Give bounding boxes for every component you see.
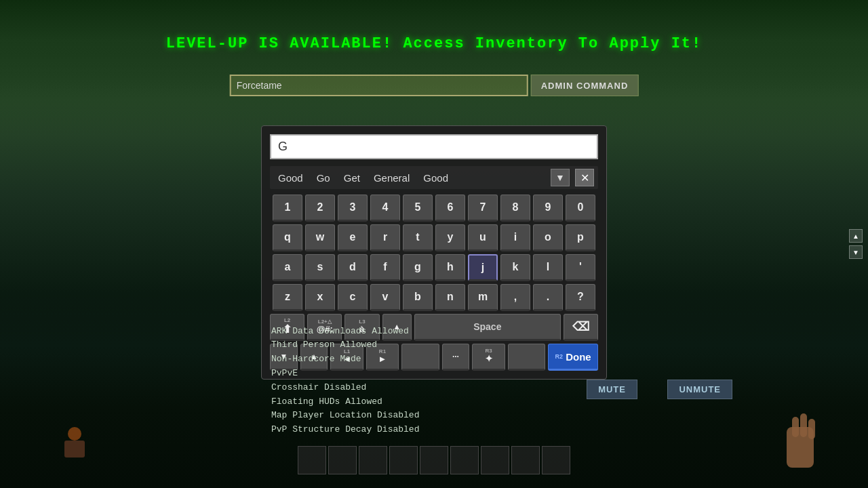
autocomplete-dropdown-button[interactable]: ▼ — [551, 169, 570, 186]
svg-rect-5 — [808, 419, 815, 439]
unmute-button[interactable]: UNMUTE — [667, 380, 732, 399]
server-info-line-4: PvPvE — [271, 367, 419, 381]
autocomplete-close-button[interactable]: ✕ — [575, 169, 594, 186]
key-comma[interactable]: , — [500, 284, 530, 311]
autocomplete-word-4[interactable]: General — [370, 171, 414, 185]
key-row-1: q w e r t y u i o p — [270, 224, 598, 251]
admin-command-input[interactable] — [230, 75, 528, 96]
inv-slot-1[interactable] — [298, 446, 326, 474]
inv-slot-3[interactable] — [359, 446, 387, 474]
key-8[interactable]: 8 — [500, 195, 530, 222]
key-c[interactable]: c — [338, 284, 368, 311]
admin-command-button[interactable]: ADMIN COMMAND — [531, 75, 639, 96]
server-info-line-5: Crosshair Disabled — [271, 381, 419, 395]
key-v[interactable]: v — [370, 284, 400, 311]
key-x[interactable]: x — [305, 284, 335, 311]
inv-slot-9[interactable] — [542, 446, 570, 474]
key-i[interactable]: i — [500, 224, 530, 251]
svg-rect-1 — [64, 441, 85, 458]
key-9[interactable]: 9 — [533, 195, 563, 222]
key-2[interactable]: 2 — [305, 195, 335, 222]
key-z[interactable]: z — [273, 284, 302, 311]
inventory-bar — [298, 446, 570, 474]
inv-slot-6[interactable] — [450, 446, 479, 474]
server-info-panel: ARK Data Downloads Allowed Third Person … — [271, 325, 419, 437]
key-p[interactable]: p — [566, 224, 595, 251]
server-info-line-6: Floating HUDs Allowed — [271, 395, 419, 409]
key-n[interactable]: n — [435, 284, 465, 311]
key-ellipsis[interactable]: ··· — [442, 344, 470, 371]
server-info-line-7: Map Player Location Disabled — [271, 409, 419, 423]
key-b[interactable]: b — [403, 284, 433, 311]
autocomplete-word-2[interactable]: Go — [313, 171, 334, 185]
key-apostrophe[interactable]: ' — [566, 254, 595, 281]
key-l[interactable]: l — [533, 254, 563, 281]
player-avatar — [54, 420, 95, 461]
key-space[interactable]: Space — [414, 314, 561, 341]
key-m[interactable]: m — [468, 284, 498, 311]
key-r3-settings[interactable]: R3 ✦ — [472, 344, 505, 371]
key-empty-2 — [508, 344, 545, 371]
number-row: 1 2 3 4 5 6 7 8 9 0 — [270, 195, 598, 222]
key-backspace[interactable]: ⌫ — [564, 314, 598, 341]
level-up-banner: LEVEL-UP IS AVAILABLE! Access Inventory … — [0, 35, 868, 52]
inv-slot-4[interactable] — [389, 446, 418, 474]
nav-arrow-up[interactable]: ▲ — [849, 229, 863, 243]
autocomplete-word-3[interactable]: Get — [340, 171, 364, 185]
admin-command-bar: ADMIN COMMAND — [230, 75, 639, 96]
right-hand — [773, 407, 827, 474]
autocomplete-row: Good Go Get General Good ▼ ✕ — [270, 166, 598, 189]
key-period[interactable]: . — [533, 284, 563, 311]
foliage-overlay — [0, 0, 868, 136]
key-w[interactable]: w — [305, 224, 335, 251]
key-y[interactable]: y — [435, 224, 465, 251]
key-k[interactable]: k — [500, 254, 530, 281]
key-question[interactable]: ? — [566, 284, 595, 311]
inv-slot-8[interactable] — [511, 446, 540, 474]
key-q[interactable]: q — [273, 224, 302, 251]
key-e[interactable]: e — [338, 224, 368, 251]
svg-rect-3 — [792, 417, 799, 437]
svg-point-0 — [68, 427, 81, 441]
mute-button[interactable]: MUTE — [587, 380, 637, 399]
server-info-line-8: PvP Structure Decay Disabled — [271, 423, 419, 437]
key-s[interactable]: s — [305, 254, 335, 281]
key-done[interactable]: R2 Done — [548, 344, 598, 371]
key-t[interactable]: t — [403, 224, 433, 251]
key-d[interactable]: d — [338, 254, 368, 281]
server-info-line-1: ARK Data Downloads Allowed — [271, 325, 419, 339]
autocomplete-word-1[interactable]: Good — [274, 171, 307, 185]
key-3[interactable]: 3 — [338, 195, 368, 222]
server-info-line-2: Third Person Allowed — [271, 338, 419, 352]
key-j[interactable]: j — [468, 254, 498, 281]
svg-rect-4 — [800, 413, 807, 437]
key-g[interactable]: g — [403, 254, 433, 281]
nav-arrow-down[interactable]: ▼ — [849, 245, 863, 259]
key-6[interactable]: 6 — [435, 195, 465, 222]
inv-slot-2[interactable] — [328, 446, 357, 474]
key-1[interactable]: 1 — [273, 195, 302, 222]
key-row-3: z x c v b n m , . ? — [270, 284, 598, 311]
key-4[interactable]: 4 — [370, 195, 400, 222]
key-o[interactable]: o — [533, 224, 563, 251]
key-u[interactable]: u — [468, 224, 498, 251]
key-f[interactable]: f — [370, 254, 400, 281]
key-h[interactable]: h — [435, 254, 465, 281]
keyboard-search-input[interactable] — [270, 134, 598, 159]
key-row-2: a s d f g h j k l ' — [270, 254, 598, 281]
inv-slot-5[interactable] — [420, 446, 448, 474]
key-7[interactable]: 7 — [468, 195, 498, 222]
server-info-line-3: Non-Hardcore Mode — [271, 352, 419, 367]
inv-slot-7[interactable] — [481, 446, 509, 474]
nav-arrows: ▲ ▼ — [849, 229, 863, 259]
autocomplete-word-5[interactable]: Good — [419, 171, 452, 185]
key-5[interactable]: 5 — [403, 195, 433, 222]
key-a[interactable]: a — [273, 254, 302, 281]
key-r[interactable]: r — [370, 224, 400, 251]
key-0[interactable]: 0 — [566, 195, 595, 222]
